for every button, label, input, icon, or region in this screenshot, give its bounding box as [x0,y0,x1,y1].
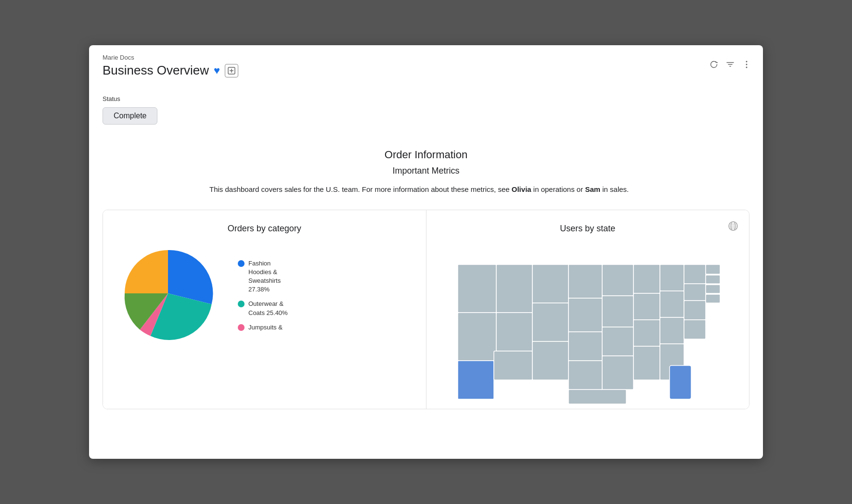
svg-rect-14 [458,265,496,313]
legend-text-2: Outerwear &Coats 25.40% [248,300,288,317]
legend-text-1: FashionHoodies &Sweatshirts27.38% [248,259,281,294]
description-suffix: in sales. [600,185,629,193]
svg-rect-48 [670,365,691,399]
svg-rect-16 [458,361,494,399]
status-label: Status [103,95,749,102]
svg-rect-22 [532,341,568,380]
legend-item-1: FashionHoodies &Sweatshirts27.38% [238,259,288,294]
description-text: This dashboard covers sales for the U.S.… [209,184,643,195]
title-row: Business Overview ♥ [103,63,749,78]
svg-rect-40 [684,284,706,301]
svg-rect-28 [602,296,633,327]
svg-rect-30 [602,356,633,390]
breadcrumb: Marie Docs [103,54,749,61]
more-options-button[interactable] [742,60,751,69]
svg-rect-29 [602,327,633,356]
main-window: Marie Docs Business Overview ♥ [89,45,763,459]
header-actions [709,60,751,69]
svg-rect-47 [568,390,626,404]
add-page-icon[interactable] [225,64,238,77]
pie-chart [113,245,223,341]
svg-rect-26 [568,361,602,390]
svg-rect-15 [458,313,496,361]
svg-rect-43 [706,265,720,274]
svg-rect-32 [633,293,660,320]
contact1: Olivia [512,185,531,193]
svg-rect-18 [532,265,568,303]
svg-rect-23 [568,265,602,298]
users-by-state-title: Users by state [436,224,740,234]
svg-rect-19 [496,313,532,351]
page-title: Business Overview [103,63,209,78]
svg-rect-21 [494,351,532,380]
orders-by-category-card: Orders by category [103,210,426,409]
description-prefix: This dashboard covers sales for the U.S.… [209,185,512,193]
svg-rect-44 [706,275,720,284]
charts-row: Orders by category [103,210,749,409]
globe-icon[interactable] [728,221,738,234]
filter-button[interactable] [725,60,735,69]
legend-dot-3 [238,324,245,331]
pie-area: FashionHoodies &Sweatshirts27.38% Outerw… [113,245,416,341]
svg-rect-39 [684,265,706,284]
us-map [448,245,727,409]
users-by-state-card: Users by state [426,210,749,409]
svg-rect-42 [684,320,706,339]
svg-rect-36 [660,291,684,317]
description-mid: in operations or [531,185,585,193]
legend-item-3: Jumpsuits & [238,323,288,332]
svg-point-6 [746,61,748,63]
svg-rect-37 [660,317,684,344]
svg-rect-45 [706,285,720,293]
svg-point-7 [746,64,748,65]
svg-rect-24 [568,298,602,332]
svg-point-8 [746,67,748,68]
orders-by-category-title: Orders by category [113,224,416,234]
svg-rect-35 [660,265,684,291]
legend-dot-1 [238,260,245,267]
refresh-button[interactable] [709,60,719,69]
order-info-section: Order Information Important Metrics This… [103,149,749,195]
pie-legend: FashionHoodies &Sweatshirts27.38% Outerw… [238,259,288,341]
svg-rect-27 [602,265,633,296]
svg-rect-31 [633,265,660,293]
svg-rect-41 [684,301,706,320]
header: Marie Docs Business Overview ♥ [89,45,763,84]
map-area [436,245,740,409]
svg-rect-25 [568,332,602,361]
content-area: Status Complete Order Information Import… [89,84,763,421]
svg-rect-46 [706,294,720,303]
svg-rect-33 [633,320,660,346]
contact2: Sam [585,185,600,193]
status-badge[interactable]: Complete [103,107,157,125]
legend-text-3: Jumpsuits & [248,323,283,332]
order-info-title: Order Information [103,149,749,161]
heart-icon[interactable]: ♥ [214,64,220,77]
legend-dot-2 [238,301,245,307]
legend-item-2: Outerwear &Coats 25.40% [238,300,288,317]
svg-rect-20 [532,303,568,341]
important-metrics-title: Important Metrics [103,166,749,176]
svg-rect-17 [496,265,532,313]
svg-rect-34 [633,346,660,380]
